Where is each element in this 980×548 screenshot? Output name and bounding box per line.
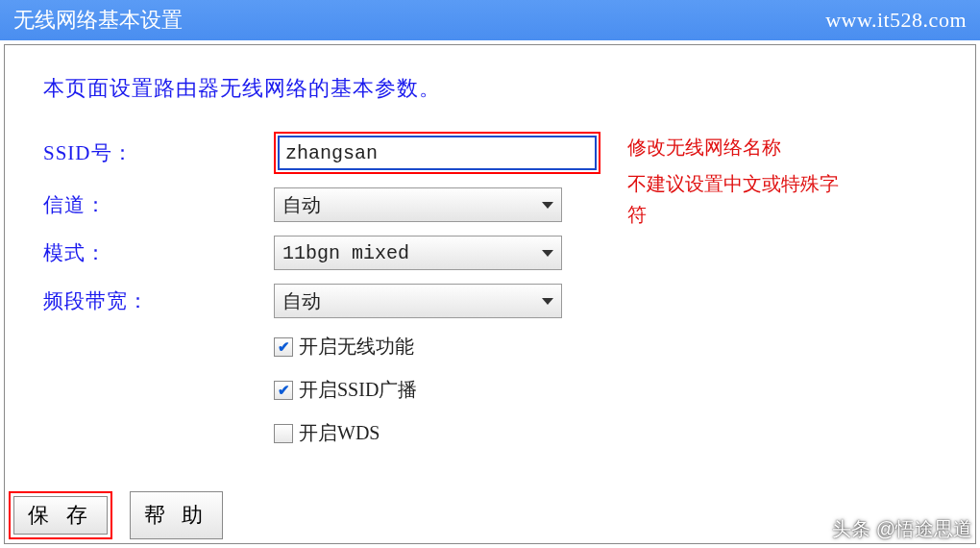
wireless-checkbox[interactable]: ✔ [274,337,293,357]
mode-label: 模式： [43,239,274,266]
bandwidth-select[interactable]: 自动 [274,284,562,318]
ssid-input-highlight [274,132,600,174]
chevron-down-icon [542,202,553,209]
wireless-checkbox-label: 开启无线功能 [299,334,414,360]
annotation-line1: 修改无线网络名称 [627,132,848,162]
bandwidth-select-value: 自动 [282,288,321,314]
main-panel: 本页面设置路由器无线网络的基本参数。 SSID号： 信道： 自动 模式： 11b… [4,44,976,544]
mode-select-value: 11bgn mixed [282,242,409,264]
channel-select[interactable]: 自动 [274,187,562,222]
chevron-down-icon [542,250,553,257]
watermark: 头条 @悟途思道 [832,516,972,542]
channel-select-value: 自动 [282,192,321,218]
bandwidth-label: 频段带宽： [43,287,274,314]
save-button[interactable]: 保 存 [13,496,108,535]
annotation-block: 修改无线网络名称 不建议设置中文或特殊字符 [627,132,848,230]
ssid-broadcast-row[interactable]: ✔ 开启SSID广播 [274,375,600,405]
ssid-broadcast-label: 开启SSID广播 [299,377,417,403]
save-button-highlight: 保 存 [9,491,112,539]
site-url: www.it528.com [825,8,967,33]
wireless-enable-row[interactable]: ✔ 开启无线功能 [274,332,600,361]
settings-form: SSID号： 信道： 自动 模式： 11bgn mixed 频段带宽： 自动 ✔ [43,132,600,448]
ssid-broadcast-checkbox[interactable]: ✔ [274,381,293,400]
wds-checkbox[interactable] [274,424,293,443]
page-title: 无线网络基本设置 [13,6,183,35]
help-button[interactable]: 帮 助 [130,491,224,539]
annotation-line2: 不建议设置中文或特殊字符 [627,168,848,230]
ssid-label: SSID号： [43,139,274,166]
mode-select[interactable]: 11bgn mixed [274,236,562,270]
ssid-input[interactable] [278,136,597,170]
channel-label: 信道： [43,191,274,218]
title-bar: 无线网络基本设置 www.it528.com [0,0,980,40]
wds-row[interactable]: 开启WDS [274,418,600,448]
chevron-down-icon [542,298,553,305]
wds-label: 开启WDS [299,420,380,446]
intro-text: 本页面设置路由器无线网络的基本参数。 [43,74,937,103]
button-bar: 保 存 帮 助 [9,491,223,539]
